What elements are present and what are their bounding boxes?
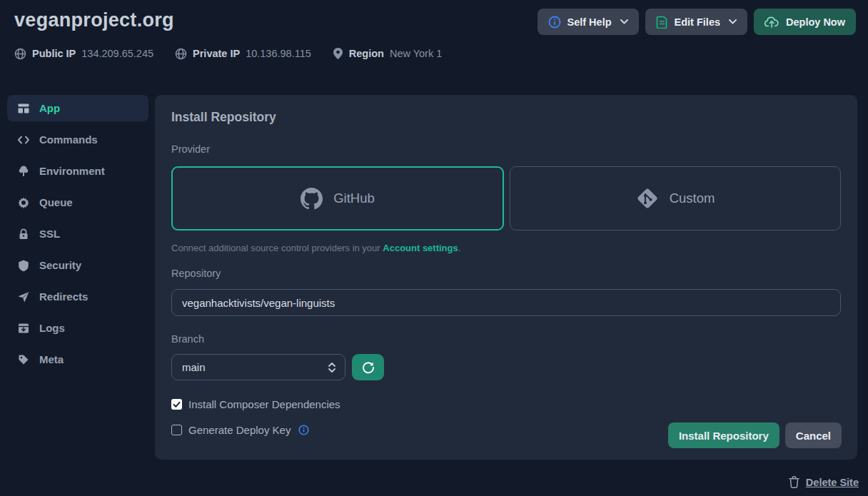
public-ip-label: Public IP (32, 48, 76, 59)
map-pin-icon (333, 47, 343, 60)
repository-label: Repository (171, 268, 841, 279)
sidebar-item-meta[interactable]: Meta (7, 346, 148, 373)
sidebar-item-label: Environment (39, 165, 105, 177)
globe-icon (14, 48, 26, 60)
generate-deploy-key-checkbox[interactable] (171, 425, 182, 435)
sidebar-item-environment[interactable]: Environment (7, 158, 148, 184)
paper-plane-icon (17, 290, 30, 303)
provider-option-label: Custom (670, 191, 715, 206)
sidebar-item-security[interactable]: Security (7, 252, 148, 278)
page-title: veganproject.org (14, 9, 174, 31)
chevron-down-icon (729, 19, 737, 24)
select-chevrons-icon (328, 361, 336, 374)
sidebar: App Commands Environment Queue SSL (7, 95, 148, 378)
install-composer-label: Install Composer Dependencies (188, 398, 340, 410)
github-icon (301, 188, 323, 210)
provider-option-custom[interactable]: Custom (510, 166, 841, 231)
composer-dependencies-row: Install Composer Dependencies (171, 398, 841, 410)
refresh-branches-button[interactable] (352, 354, 384, 380)
sidebar-item-label: App (39, 102, 60, 114)
sidebar-item-label: Security (39, 259, 81, 271)
provider-option-label: GitHub (333, 191, 375, 206)
deploy-now-label: Deploy Now (786, 16, 845, 28)
provider-note-period: . (458, 243, 461, 253)
edit-files-button[interactable]: Edit Files (645, 9, 747, 35)
region-value: New York 1 (390, 48, 442, 59)
self-help-label: Self Help (567, 16, 612, 28)
shield-icon (17, 259, 30, 272)
install-repository-panel: Install Repository Provider GitHub Custo… (155, 95, 857, 460)
edit-files-label: Edit Files (675, 16, 720, 28)
private-ip-label: Private IP (193, 48, 240, 59)
sidebar-item-label: Logs (39, 322, 65, 334)
app-grid-icon (17, 102, 30, 115)
info-circle-icon (548, 16, 561, 29)
deploy-key-info-icon[interactable] (298, 425, 309, 435)
sidebar-item-label: Commands (39, 133, 98, 146)
archive-icon (17, 322, 30, 335)
generate-deploy-key-label: Generate Deploy Key (188, 424, 291, 436)
gear-icon (17, 196, 30, 209)
git-icon (636, 187, 659, 210)
provider-note: Connect additional source control provid… (171, 243, 841, 253)
sidebar-item-label: Redirects (39, 290, 88, 303)
delete-site-label: Delete Site (806, 477, 859, 488)
deploy-now-button[interactable]: Deploy Now (754, 9, 856, 35)
sidebar-item-label: SSL (39, 228, 60, 240)
sidebar-item-label: Queue (39, 196, 73, 208)
refresh-icon (362, 361, 375, 374)
chevron-down-icon (620, 19, 628, 24)
install-composer-checkbox[interactable] (171, 399, 182, 410)
branch-select-value: main (182, 361, 206, 373)
tag-icon (17, 353, 30, 366)
toolbar: Self Help Edit Files Deploy Now (538, 9, 857, 35)
panel-actions: Install Repository Cancel (668, 422, 842, 448)
document-icon (656, 16, 668, 29)
lock-icon (17, 228, 30, 241)
provider-label: Provider (171, 143, 841, 155)
sidebar-item-logs[interactable]: Logs (7, 315, 148, 341)
sidebar-item-redirects[interactable]: Redirects (7, 283, 148, 310)
region-label: Region (349, 48, 384, 59)
code-icon (17, 133, 30, 146)
server-meta-row: Public IP 134.209.65.245 Private IP 10.1… (14, 46, 442, 61)
public-ip-value: 134.209.65.245 (81, 48, 153, 59)
branch-select[interactable]: main (171, 354, 345, 380)
trash-icon (789, 476, 799, 488)
region: Region New York 1 (333, 47, 443, 60)
repository-input[interactable] (171, 289, 841, 316)
branch-label: Branch (171, 333, 841, 345)
provider-option-github[interactable]: GitHub (171, 166, 504, 231)
cloud-upload-icon (764, 16, 779, 29)
globe-icon (175, 48, 187, 60)
sidebar-item-ssl[interactable]: SSL (7, 221, 148, 247)
sidebar-item-commands[interactable]: Commands (7, 126, 148, 153)
delete-site-link[interactable]: Delete Site (789, 476, 859, 488)
cancel-button[interactable]: Cancel (785, 422, 842, 448)
provider-note-text: Connect additional source control provid… (171, 243, 383, 253)
provider-options: GitHub Custom (171, 166, 841, 231)
branch-row: main (171, 354, 841, 380)
account-settings-link[interactable]: Account settings (383, 243, 458, 253)
site-page: veganproject.org Self Help Edit Files (0, 0, 868, 496)
panel-title: Install Repository (171, 110, 841, 125)
sidebar-item-app[interactable]: App (7, 95, 148, 121)
private-ip-value: 10.136.98.115 (246, 48, 311, 59)
self-help-button[interactable]: Self Help (538, 9, 639, 35)
tree-icon (17, 165, 30, 178)
sidebar-item-queue[interactable]: Queue (7, 189, 148, 216)
private-ip: Private IP 10.136.98.115 (175, 48, 311, 60)
install-repository-button[interactable]: Install Repository (668, 422, 779, 448)
public-ip: Public IP 134.209.65.245 (14, 48, 153, 60)
sidebar-item-label: Meta (39, 353, 64, 365)
